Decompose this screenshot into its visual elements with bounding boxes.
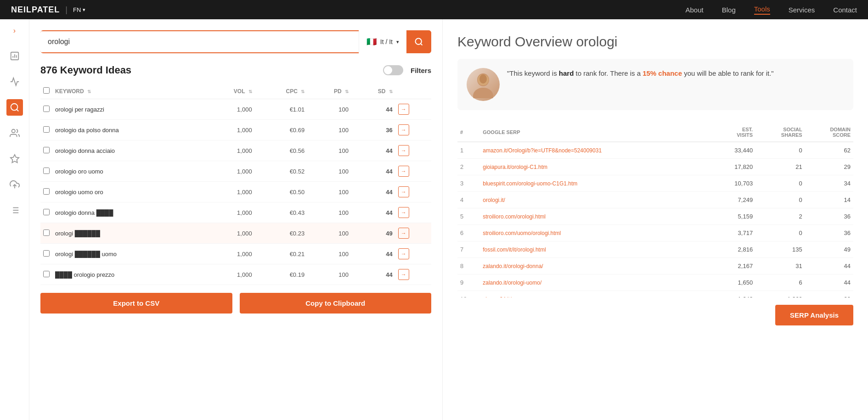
row-link-button[interactable]: → bbox=[398, 166, 409, 177]
serp-row-shares: 21 bbox=[755, 159, 805, 175]
serp-link[interactable]: fossil.com/it/it/orologi.html bbox=[483, 246, 546, 253]
row-link-cell: → bbox=[395, 182, 431, 202]
row-checkbox[interactable] bbox=[43, 250, 50, 257]
serp-table-row: 1 amazon.it/Orologi/b?ie=UTF8&node=52400… bbox=[457, 142, 853, 159]
sidebar-icon-keywords[interactable] bbox=[6, 99, 23, 116]
serp-row-score: 14 bbox=[805, 192, 853, 208]
select-all-checkbox[interactable] bbox=[43, 87, 50, 94]
flag-icon: 🇮🇹 bbox=[366, 37, 377, 47]
serp-row-visits: 10,703 bbox=[711, 175, 755, 192]
nav-link-services[interactable]: Services bbox=[789, 6, 815, 14]
row-checkbox-cell bbox=[40, 223, 52, 244]
nav-link-blog[interactable]: Blog bbox=[722, 6, 736, 14]
row-cpc: €0.52 bbox=[255, 161, 308, 182]
serp-analysis-button[interactable]: SERP Analysis bbox=[775, 305, 853, 325]
top-navigation: NEILPATEL | FN ▾ About Blog Tools Servic… bbox=[0, 0, 868, 19]
serp-row-url: zalando.it/orologi-donna/ bbox=[480, 258, 711, 274]
row-link-button[interactable]: → bbox=[398, 207, 409, 218]
serp-row-num: 5 bbox=[457, 208, 480, 225]
serp-table-row: 5 stroilioro.com/orologi.html 5,159 2 36 bbox=[457, 208, 853, 225]
serp-link[interactable]: stroilioro.com/orologi.html bbox=[483, 213, 546, 220]
row-checkbox[interactable] bbox=[43, 106, 50, 112]
row-checkbox-cell bbox=[40, 285, 52, 286]
serp-table-header: # GOOGLE SERP EST.VISITS SOCIALSHARES DO… bbox=[457, 123, 853, 142]
row-link-button[interactable]: → bbox=[398, 124, 409, 135]
serp-link[interactable]: zalando.it/orologi-donna/ bbox=[483, 263, 543, 269]
row-checkbox-cell bbox=[40, 182, 52, 202]
serp-link[interactable]: zalando.it/orologi-uomo/ bbox=[483, 280, 541, 286]
serp-link[interactable]: chrono24.it/ bbox=[483, 296, 512, 297]
keywords-table-wrapper[interactable]: KEYWORD ⇅ VOL ⇅ CPC ⇅ PD ⇅ SD ⇅ orologi … bbox=[40, 84, 431, 286]
serp-row-num: 3 bbox=[457, 175, 480, 192]
search-button[interactable] bbox=[406, 30, 431, 53]
serp-row-url: stroilioro.com/orologi.html bbox=[480, 208, 711, 225]
filters-button[interactable]: Filters bbox=[411, 67, 431, 74]
sidebar-icon-analytics[interactable] bbox=[6, 48, 23, 64]
serp-header-visits: EST.VISITS bbox=[711, 123, 755, 142]
serp-table-wrapper[interactable]: # GOOGLE SERP EST.VISITS SOCIALSHARES DO… bbox=[457, 123, 853, 297]
serp-row-visits: 1,650 bbox=[711, 274, 755, 291]
keywords-table: KEYWORD ⇅ VOL ⇅ CPC ⇅ PD ⇅ SD ⇅ orologi … bbox=[40, 84, 431, 286]
row-link-button[interactable]: → bbox=[398, 186, 409, 197]
sidebar-icon-settings[interactable] bbox=[6, 202, 23, 218]
serp-row-num: 9 bbox=[457, 274, 480, 291]
sidebar-icon-upload[interactable] bbox=[6, 176, 23, 193]
header-actions bbox=[395, 84, 431, 99]
row-link-button[interactable]: → bbox=[398, 104, 409, 115]
row-keyword: orologio donna acciaio bbox=[52, 140, 203, 161]
sidebar-icon-chart[interactable] bbox=[6, 73, 23, 90]
row-sd: 44 bbox=[351, 99, 395, 120]
nav-link-tools[interactable]: Tools bbox=[754, 5, 770, 15]
serp-link[interactable]: gioiapura.it/orologi-C1.htm bbox=[483, 164, 547, 170]
row-checkbox[interactable] bbox=[43, 209, 50, 215]
row-checkbox-cell bbox=[40, 99, 52, 120]
table-row: orologio donna acciaio 1,000 €0.56 100 4… bbox=[40, 140, 431, 161]
quote-percentage: 15% chance bbox=[643, 69, 682, 77]
row-link-cell: → bbox=[395, 244, 431, 264]
row-checkbox[interactable] bbox=[43, 271, 50, 277]
sidebar-expand-icon[interactable]: › bbox=[13, 27, 16, 35]
toggle-switch[interactable] bbox=[383, 65, 403, 75]
row-link-button[interactable]: → bbox=[398, 228, 409, 239]
export-csv-button[interactable]: Export to CSV bbox=[40, 293, 232, 314]
row-checkbox[interactable] bbox=[43, 147, 50, 153]
language-selector[interactable]: FN ▾ bbox=[73, 6, 85, 13]
nav-link-about[interactable]: About bbox=[686, 6, 704, 14]
row-sd: 49 bbox=[351, 223, 395, 244]
row-keyword: ████ orologio prezzo bbox=[52, 264, 203, 285]
row-checkbox[interactable] bbox=[43, 230, 50, 236]
serp-row-visits: 7,249 bbox=[711, 192, 755, 208]
search-input[interactable] bbox=[40, 31, 359, 52]
row-vol: 1,000 bbox=[203, 264, 255, 285]
nav-link-contact[interactable]: Contact bbox=[833, 6, 857, 14]
copy-clipboard-button[interactable]: Copy to Clipboard bbox=[240, 293, 432, 314]
row-checkbox[interactable] bbox=[43, 188, 50, 195]
row-pd: 100 bbox=[307, 140, 351, 161]
serp-link[interactable]: orologi.it/ bbox=[483, 197, 505, 203]
row-checkbox[interactable] bbox=[43, 126, 50, 133]
row-checkbox[interactable] bbox=[43, 168, 50, 174]
serp-link[interactable]: stroilioro.com/uomo/orologi.html bbox=[483, 230, 561, 236]
serp-link[interactable]: bluespirit.com/orologi-uomo-C1G1.htm bbox=[483, 180, 577, 187]
row-link-cell: → bbox=[395, 140, 431, 161]
keywords-table-body: orologi per ragazzi 1,000 €1.01 100 44 →… bbox=[40, 99, 431, 286]
sidebar-icon-star[interactable] bbox=[6, 151, 23, 167]
row-link-button[interactable]: → bbox=[398, 269, 409, 280]
row-link-button[interactable]: → bbox=[398, 248, 409, 259]
row-keyword: orologio uomo oro bbox=[52, 182, 203, 202]
serp-row-visits: 3,717 bbox=[711, 225, 755, 241]
nav-links: About Blog Tools Services Contact bbox=[686, 5, 857, 15]
row-vol: 1,000 bbox=[203, 244, 255, 264]
language-locale-selector[interactable]: 🇮🇹 It / It ▾ bbox=[359, 30, 406, 53]
serp-link[interactable]: amazon.it/Orologi/b?ie=UTF8&node=5240090… bbox=[483, 147, 602, 154]
sidebar-icon-user[interactable] bbox=[6, 125, 23, 141]
row-link-button[interactable]: → bbox=[398, 145, 409, 156]
serp-row-num: 2 bbox=[457, 159, 480, 175]
sidebar: › bbox=[0, 19, 29, 420]
row-vol: 1,000 bbox=[203, 161, 255, 182]
keyword-ideas-title: 876 Keyword Ideas bbox=[40, 64, 131, 76]
nav-divider: | bbox=[65, 5, 68, 15]
serp-table-row: 9 zalando.it/orologi-uomo/ 1,650 6 44 bbox=[457, 274, 853, 291]
table-row: orologio uomo oro 1,000 €0.50 100 44 → bbox=[40, 182, 431, 202]
serp-row-score: 44 bbox=[805, 258, 853, 274]
